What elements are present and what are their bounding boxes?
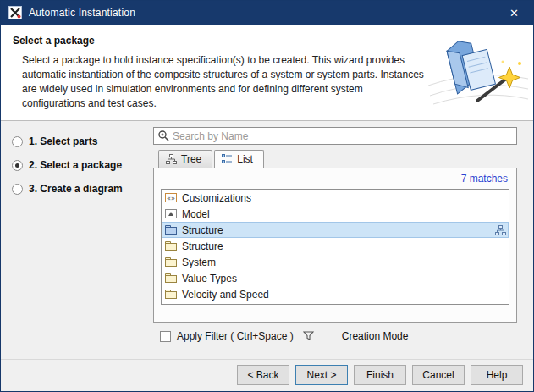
apply-filter-checkbox[interactable] [160, 331, 171, 342]
title-bar: Automatic Instantiation ✕ [1, 1, 533, 25]
svg-text:«»: «» [167, 195, 175, 202]
help-button[interactable]: Help [471, 365, 523, 385]
list-item[interactable]: Velocity and Speed [162, 286, 509, 302]
finish-button[interactable]: Finish [354, 365, 406, 385]
wizard-header: Select a package Select a package to hol… [1, 25, 533, 121]
tab-label: Tree [181, 153, 201, 165]
back-button[interactable]: < Back [237, 365, 289, 385]
wizard-steps: 1. Select parts 2. Select a package 3. C… [12, 133, 147, 204]
radio-step-3[interactable] [12, 184, 23, 195]
matches-count: 7 matches [461, 173, 508, 185]
package-list: «» Customizations Model [161, 189, 509, 305]
list-item[interactable]: Value Types [162, 270, 509, 286]
step-select-package[interactable]: 2. Select a package [12, 157, 147, 174]
creation-mode-label: Creation Mode [342, 330, 409, 342]
list-item-label: Velocity and Speed [182, 289, 269, 301]
tab-list[interactable]: List [214, 150, 264, 168]
list-item-label: Value Types [182, 273, 237, 284]
list-item-label: Structure [182, 240, 223, 252]
package-icon [165, 240, 178, 251]
search-icon [157, 130, 170, 142]
cancel-button[interactable]: Cancel [412, 365, 465, 385]
search-box [153, 127, 517, 145]
tree-icon [166, 154, 177, 164]
next-button[interactable]: Next > [295, 365, 348, 385]
list-item[interactable]: Structure [162, 238, 509, 254]
tab-tree[interactable]: Tree [158, 150, 212, 168]
wizard-graphic [428, 26, 528, 118]
view-tabs: Tree List [158, 150, 266, 168]
tab-label: List [237, 153, 253, 165]
automatic-instantiation-dialog: Automatic Instantiation ✕ Select a packa… [0, 0, 534, 392]
list-item[interactable]: Model [162, 206, 509, 222]
radio-step-1[interactable] [12, 136, 23, 147]
package-icon [165, 257, 178, 268]
search-input[interactable] [173, 129, 516, 143]
package-icon [165, 273, 178, 284]
list-item-label: System [182, 257, 216, 268]
step-select-parts[interactable]: 1. Select parts [12, 133, 147, 150]
package-icon [165, 289, 178, 300]
magicdraw-logo-icon [8, 6, 22, 19]
structure-icon [495, 225, 506, 235]
step-label: 3. Create a diagram [29, 183, 123, 195]
filter-funnel-icon[interactable] [303, 331, 314, 341]
button-bar: < Back Next > Finish Cancel Help [237, 365, 523, 385]
list-item[interactable]: System [162, 254, 509, 270]
list-item-selected[interactable]: Structure [162, 222, 509, 238]
page-title: Select a package [13, 35, 95, 47]
list-item-label: Model [182, 208, 210, 220]
step-label: 1. Select parts [29, 135, 97, 147]
shared-package-icon [165, 224, 178, 235]
close-button[interactable]: ✕ [495, 1, 533, 25]
button-separator [1, 359, 533, 360]
list-item-label: Customizations [182, 192, 251, 204]
window-title: Automatic Instantiation [29, 7, 135, 19]
customizations-icon: «» [165, 192, 178, 203]
step-label: 2. Select a package [29, 159, 122, 171]
list-item-label: Structure [182, 224, 223, 236]
radio-step-2[interactable] [12, 160, 23, 171]
model-icon [165, 208, 178, 219]
filter-row: Apply Filter ( Ctrl+Space ) Creation Mod… [160, 330, 408, 342]
list-icon [222, 154, 233, 164]
apply-filter-label: Apply Filter ( Ctrl+Space ) [177, 330, 294, 342]
step-create-diagram[interactable]: 3. Create a diagram [12, 180, 147, 197]
page-description: Select a package to hold instance specif… [22, 53, 427, 111]
list-item[interactable]: «» Customizations [162, 190, 509, 206]
package-list-panel: 7 matches «» Customizations [153, 168, 517, 323]
